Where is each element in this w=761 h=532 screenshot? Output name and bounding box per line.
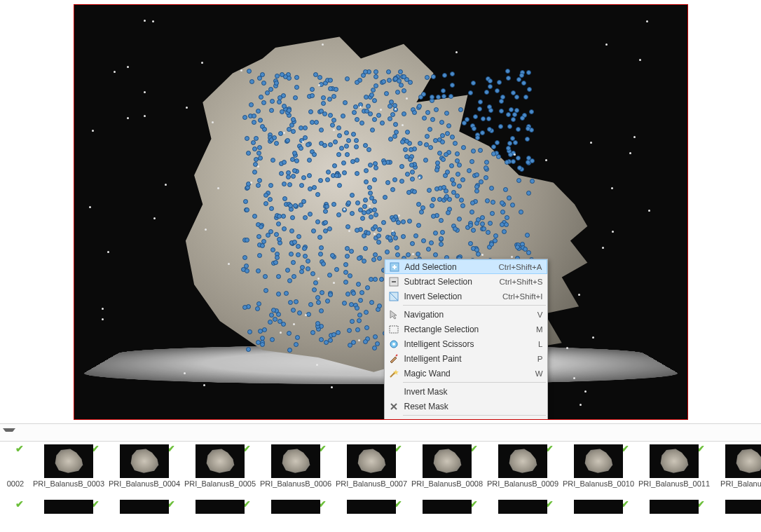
thumbnail[interactable]: ✔PRI_BalanusB_0003 <box>31 444 107 493</box>
subtract-selection-icon <box>388 275 400 288</box>
menu-shortcut: W <box>535 369 543 378</box>
menu-label: Intelligent Paint <box>404 354 537 364</box>
thumbnail[interactable]: ✔PRI_BalanusB_0007 <box>334 444 409 493</box>
thumbnail-label: PRI_BalanusB_0011 <box>638 479 710 488</box>
thumbnail-image <box>347 444 396 478</box>
menu-item-rectangle-selection[interactable]: Rectangle SelectionM <box>385 322 547 336</box>
thumbnail-image <box>347 500 396 514</box>
thumbnail-image <box>650 500 699 514</box>
thumbnail-label: PRI_BalanusB_0004 <box>109 479 180 488</box>
thumbnail-image <box>44 500 93 514</box>
thumbnail-label: PRI_BalanusB_0010 <box>563 479 634 488</box>
thumbnail[interactable]: ✔ <box>107 500 182 532</box>
menu-separator <box>403 382 546 383</box>
image-frame[interactable]: Add SelectionCtrl+Shift+ASubtract Select… <box>74 4 688 420</box>
reset-mask-icon <box>388 400 400 413</box>
thumbnail-image <box>498 444 547 478</box>
thumbnail[interactable]: ✔PRI_BalanusB_0005 <box>182 444 258 493</box>
thumbnail[interactable]: ✔ <box>409 500 485 532</box>
intelligent-scissors-icon <box>388 338 400 350</box>
thumbnail-image <box>44 444 93 478</box>
menu-shortcut: Ctrl+Shift+S <box>500 278 543 286</box>
menu-icon-empty <box>388 418 400 421</box>
thumbnail[interactable]: ✔ <box>258 500 334 532</box>
menu-item-magic-wand[interactable]: Magic WandW <box>385 366 547 381</box>
menu-label: Invert Mask <box>404 387 543 397</box>
invert-selection-icon <box>388 290 400 303</box>
thumbnail-image <box>574 444 623 478</box>
main-viewport[interactable]: Add SelectionCtrl+Shift+ASubtract Select… <box>0 0 761 423</box>
menu-item-intelligent-scissors[interactable]: Intelligent ScissorsL <box>385 336 547 351</box>
thumbnail[interactable]: ✔PRI_BalanusB_0006 <box>258 444 334 493</box>
thumbnail[interactable]: ✔PRI_BalanusB_0 <box>712 444 761 493</box>
thumbnail[interactable]: ✔PRI_BalanusB_0009 <box>485 444 561 493</box>
context-menu: Add SelectionCtrl+Shift+ASubtract Select… <box>384 259 548 420</box>
menu-item-reset-mask[interactable]: Reset Mask <box>385 399 547 414</box>
thumbnail-row: ✔✔✔✔✔✔✔✔✔✔✔ <box>0 497 761 521</box>
thumbnail-image <box>423 500 472 514</box>
magic-wand-icon <box>388 367 400 380</box>
thumbnail-panel[interactable]: ✔0002✔PRI_BalanusB_0003✔PRI_BalanusB_000… <box>0 442 761 532</box>
thumbnail[interactable]: ✔PRI_BalanusB_0008 <box>409 444 485 493</box>
thumbnail-toolbar[interactable] <box>0 423 761 442</box>
thumbnail-image <box>120 444 169 478</box>
menu-label: Reset Mask <box>404 402 543 411</box>
menu-icon-empty <box>388 386 400 398</box>
thumbnail[interactable]: ✔ <box>182 500 258 532</box>
dropdown-icon[interactable] <box>3 428 15 439</box>
menu-shortcut: P <box>537 355 543 363</box>
menu-item-capture-view[interactable]: Capture View <box>385 417 547 420</box>
svg-rect-4 <box>392 281 396 282</box>
svg-point-8 <box>392 343 395 346</box>
menu-label: Rectangle Selection <box>404 325 536 334</box>
thumbnail-label: PRI_BalanusB_0007 <box>336 479 407 488</box>
menu-label: Capture View <box>404 420 543 421</box>
thumbnail[interactable]: ✔ <box>712 500 761 532</box>
menu-item-subtract-selection[interactable]: Subtract SelectionCtrl+Shift+S <box>385 274 547 289</box>
thumbnail-image <box>271 500 320 514</box>
navigation-icon <box>388 308 400 321</box>
menu-label: Intelligent Scissors <box>404 339 539 349</box>
menu-label: Subtract Selection <box>404 277 500 287</box>
thumbnail-label: PRI_BalanusB_0005 <box>184 479 256 488</box>
menu-label: Add Selection <box>405 262 499 272</box>
menu-item-add-selection[interactable]: Add SelectionCtrl+Shift+A <box>385 259 547 274</box>
menu-shortcut: V <box>537 311 543 319</box>
thumbnail-image <box>196 444 245 478</box>
svg-rect-2 <box>394 265 395 269</box>
check-icon: ✔ <box>15 498 24 510</box>
menu-separator <box>403 305 546 306</box>
menu-label: Invert Selection <box>404 292 502 301</box>
thumbnail[interactable]: ✔PRI_BalanusB_0010 <box>561 444 636 493</box>
thumbnail[interactable]: ✔PRI_BalanusB_0011 <box>636 444 712 493</box>
thumbnail[interactable]: ✔ <box>485 500 561 532</box>
thumbnail-image <box>271 444 320 478</box>
app-root: Add SelectionCtrl+Shift+ASubtract Select… <box>0 0 761 532</box>
intelligent-paint-icon <box>388 353 400 365</box>
thumbnail-image <box>498 500 547 514</box>
menu-item-invert-selection[interactable]: Invert SelectionCtrl+Shift+I <box>385 289 547 303</box>
thumbnail-label: PRI_BalanusB_0003 <box>33 479 104 488</box>
thumbnail-label: PRI_BalanusB_0 <box>720 479 761 488</box>
check-icon: ✔ <box>15 443 24 454</box>
thumbnail[interactable]: ✔ <box>31 500 107 532</box>
thumbnail-image <box>725 500 761 514</box>
thumbnail-row: ✔0002✔PRI_BalanusB_0003✔PRI_BalanusB_000… <box>0 442 761 497</box>
thumbnail[interactable]: ✔ <box>334 500 409 532</box>
thumbnail[interactable]: ✔0002 <box>0 444 31 493</box>
menu-item-navigation[interactable]: NavigationV <box>385 307 547 322</box>
menu-separator <box>403 415 546 416</box>
thumbnail[interactable]: ✔ <box>561 500 636 532</box>
thumbnail-label: 0002 <box>7 479 24 488</box>
menu-shortcut: M <box>536 325 543 334</box>
thumbnail-image <box>725 444 761 478</box>
thumbnail-image <box>574 500 623 514</box>
thumbnail[interactable]: ✔PRI_BalanusB_0004 <box>107 444 182 493</box>
thumbnail[interactable]: ✔ <box>636 500 712 532</box>
thumbnail-image <box>423 444 472 478</box>
menu-item-intelligent-paint[interactable]: Intelligent PaintP <box>385 351 547 366</box>
menu-item-invert-mask[interactable]: Invert Mask <box>385 384 547 399</box>
rectangle-selection-icon <box>388 323 400 336</box>
menu-label: Navigation <box>404 310 537 320</box>
thumbnail[interactable]: ✔ <box>0 500 31 532</box>
